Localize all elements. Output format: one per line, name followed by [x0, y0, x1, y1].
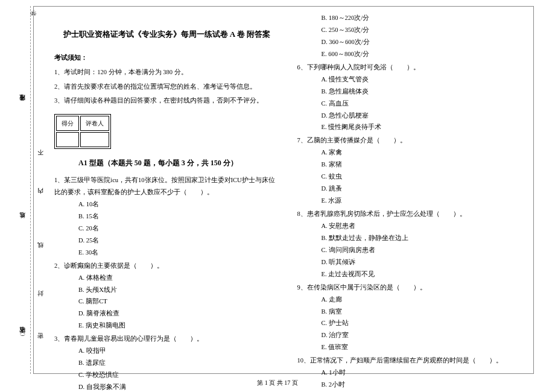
- q5-c: C. 250～350次/分: [297, 24, 522, 36]
- q10-a: A. 1小时: [297, 367, 522, 379]
- q6-a: A. 慢性支气管炎: [297, 74, 522, 86]
- q7-e: E. 水源: [297, 195, 522, 207]
- q7-text: 7、乙脑的主要传播媒介是（ ）。: [297, 134, 522, 147]
- q8-c: C. 询问同病房患者: [297, 244, 522, 256]
- q6-e: E. 慢性阑尾炎待手术: [297, 121, 522, 133]
- q6-c: C. 高血压: [297, 98, 522, 110]
- notice-header: 考试须知：: [54, 51, 279, 64]
- q7-d: D. 跳蚤: [297, 183, 522, 195]
- marker-label: 评卷人: [80, 116, 109, 131]
- q2-e: E. 病史和脑电图: [54, 320, 279, 332]
- q9-e: E. 值班室: [297, 341, 522, 353]
- q2-a: A. 体格检查: [54, 272, 279, 284]
- right-column: B. 180～220次/分 C. 250～350次/分 D. 360～600次/…: [288, 6, 531, 368]
- q3-text: 3、青春期儿童最容易出现的心理行为是（ ）。: [54, 333, 279, 345]
- q5-d: D. 360～600次/分: [297, 36, 522, 48]
- q1-b: B. 15名: [54, 210, 279, 223]
- q7-a: A. 家禽: [297, 147, 522, 159]
- q6-b: B. 急性扁桃体炎: [297, 86, 522, 98]
- left-column: 护士职业资格证考试《专业实务》每周一练试卷 A 卷 附答案 考试须知： 1、考试…: [45, 6, 288, 368]
- q1-c: C. 20名: [54, 223, 279, 235]
- q7-b: B. 家猪: [297, 159, 522, 171]
- q9-text: 9、在传染病区中属于污染区的是（ ）。: [297, 282, 522, 294]
- q9-c: C. 护士站: [297, 317, 522, 329]
- q9-b: B. 病室: [297, 306, 522, 318]
- q8-b: B. 默默走过去，静静坐在边上: [297, 232, 522, 244]
- q2-text: 2、诊断癫痫的主要依据是（ ）。: [54, 260, 279, 272]
- q6-d: D. 急性心肌梗塞: [297, 110, 522, 122]
- score-label: 得分: [56, 116, 79, 131]
- q8-d: D. 听其倾诉: [297, 256, 522, 268]
- instruction-3: 3、请仔细阅读各种题目的回答要求，在密封线内答题，否则不予评分。: [54, 95, 279, 107]
- instruction-1: 1、考试时间：120 分钟，本卷满分为 380 分。: [54, 66, 279, 78]
- q3-b: B. 遗尿症: [54, 357, 279, 369]
- score-box: 得分 评卷人: [54, 114, 111, 149]
- section-a1-header: A1 型题（本题共 50 题，每小题 3 分，共 150 分）: [78, 156, 238, 170]
- q8-e: E. 走过去视而不见: [297, 268, 522, 280]
- exam-title: 护士职业资格证考试《专业实务》每周一练试卷 A 卷 附答案: [54, 27, 279, 42]
- q9-a: A. 走廊: [297, 294, 522, 306]
- q1-a: A. 10名: [54, 198, 279, 210]
- q3-a: A. 咬指甲: [54, 345, 279, 357]
- q2-b: B. 头颅X线片: [54, 284, 279, 296]
- q8-a: A. 安慰患者: [297, 220, 522, 232]
- q2-d: D. 脑脊液检查: [54, 308, 279, 320]
- instruction-2: 2、请首先按要求在试卷的指定位置填写您的姓名、准考证号等信息。: [54, 81, 279, 93]
- q5-b: B. 180～220次/分: [297, 12, 522, 24]
- q6-text: 6、下列哪种病人入院时可免浴（ ）。: [297, 62, 522, 74]
- side-label-area: 省（市区） 姓名 准考证号 学: [6, 6, 33, 374]
- content-area: 护士职业资格证考试《专业实务》每周一练试卷 A 卷 附答案 考试须知： 1、考试…: [45, 6, 531, 368]
- q1-d: D. 25名: [54, 235, 279, 247]
- q2-c: C. 脑部CT: [54, 296, 279, 308]
- q1-e: E. 30名: [54, 247, 279, 259]
- q8-text: 8、患者乳腺癌乳房切除术后，护士应怎么处理（ ）。: [297, 208, 522, 220]
- q7-c: C. 蚊虫: [297, 171, 522, 183]
- q5-e: E. 600～800次/分: [297, 48, 522, 60]
- q9-d: D. 治疗室: [297, 329, 522, 341]
- page-footer: 第 1 页 共 17 页: [0, 379, 555, 387]
- q1-text: 1、某三级甲等医院icu，共有10张床位。按照国家卫计生委对ICU护士与床位比的…: [54, 174, 279, 198]
- q10-text: 10、正常情况下，产妇顺产后需继续留在产房观察的时间是（ ）。: [297, 355, 522, 367]
